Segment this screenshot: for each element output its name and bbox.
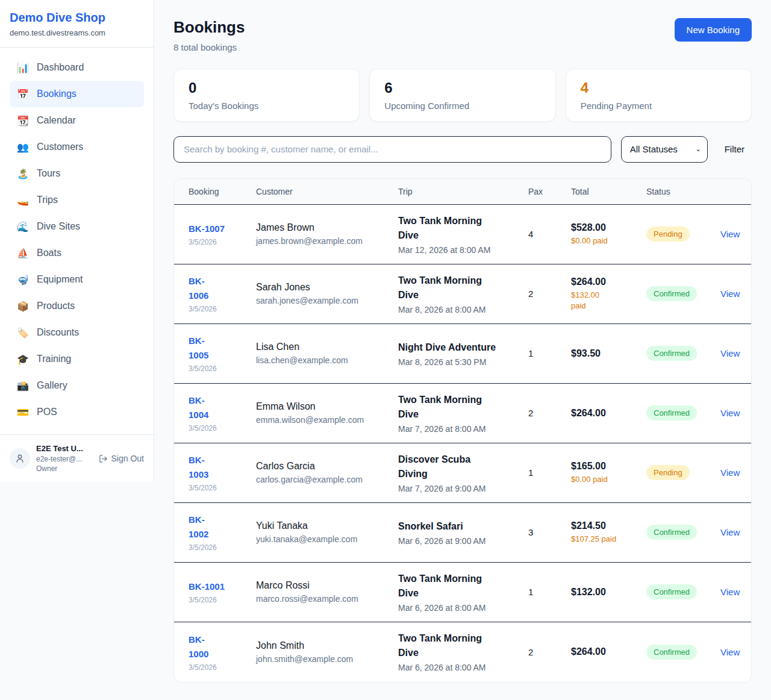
trip-name: Discover Scuba Diving (398, 452, 504, 481)
booking-id-link[interactable]: BK- 1005 (189, 334, 256, 363)
sidebar-item-gallery[interactable]: 📸 Gallery (10, 372, 144, 399)
view-link[interactable]: View (720, 647, 742, 657)
sidebar-item-pos[interactable]: 💳 POS (10, 399, 144, 425)
paid-amount: $0.00 paid (571, 474, 646, 485)
column-header-customer: Customer (256, 187, 398, 196)
stat-card: 4 Pending Payment (566, 69, 752, 122)
customers-icon: 👥 (17, 142, 29, 153)
customer-email: yuki.tanaka@example.com (256, 534, 398, 544)
stat-label: Pending Payment (581, 101, 737, 111)
sidebar-item-trips[interactable]: 🚤 Trips (10, 187, 144, 213)
stat-card: 0 Today's Bookings (173, 69, 360, 122)
customer-name: James Brown (256, 222, 398, 233)
bookings-table: Booking Customer Trip Pax Total Status B… (173, 178, 752, 683)
filter-button[interactable]: Filter (717, 144, 752, 154)
view-link[interactable]: View (720, 408, 742, 418)
sidebar-item-dashboard[interactable]: 📊 Dashboard (10, 54, 144, 81)
table-body: BK-1007 3/5/2026 James Brown james.brown… (174, 205, 751, 682)
status-select[interactable]: All Statuses (621, 136, 708, 163)
booking-date: 3/5/2026 (189, 305, 256, 313)
booking-id-link[interactable]: BK- 1000 (189, 633, 256, 661)
view-link[interactable]: View (720, 289, 742, 299)
booking-id-link[interactable]: BK-1007 (189, 222, 256, 236)
sidebar: Demo Dive Shop demo.test.divestreams.com… (0, 0, 154, 482)
trip-datetime: Mar 6, 2026 at 8:00 AM (398, 663, 528, 672)
booking-date: 3/5/2026 (189, 543, 256, 552)
booking-date: 3/5/2026 (189, 484, 256, 492)
sidebar-item-dive-sites[interactable]: 🌊 Dive Sites (10, 213, 144, 240)
trip-name: Two Tank Morning Dive (398, 273, 504, 302)
pax-value: 1 (528, 467, 571, 478)
sidebar-item-training[interactable]: 🎓 Training (10, 346, 144, 372)
new-booking-button[interactable]: New Booking (675, 18, 752, 42)
view-link[interactable]: View (720, 527, 742, 537)
table-row: BK- 1004 3/5/2026 Emma Wilson emma.wilso… (174, 384, 751, 443)
sidebar-item-calendar[interactable]: 📆 Calendar (10, 107, 144, 134)
status-badge: Confirmed (646, 286, 697, 301)
user-icon (14, 453, 25, 464)
view-link[interactable]: View (720, 348, 742, 358)
booking-id-link[interactable]: BK- 1002 (189, 513, 256, 542)
sidebar-item-customers[interactable]: 👥 Customers (10, 134, 144, 160)
discounts-icon: 🏷️ (17, 327, 29, 339)
trip-datetime: Mar 6, 2026 at 9:00 AM (398, 536, 528, 546)
customer-name: John Smith (256, 640, 398, 651)
sidebar-item-label: Gallery (37, 380, 67, 391)
booking-id-link[interactable]: BK- 1003 (189, 453, 256, 482)
paid-amount: $0.00 paid (571, 236, 646, 246)
sidebar-item-products[interactable]: 📦 Products (10, 293, 144, 319)
pax-value: 2 (528, 647, 571, 657)
search-input[interactable] (173, 136, 611, 163)
sidebar-item-discounts[interactable]: 🏷️ Discounts (10, 319, 144, 346)
status-badge: Pending (646, 465, 690, 480)
column-header-booking: Booking (189, 187, 256, 196)
booking-id-link[interactable]: BK- 1006 (189, 274, 256, 303)
status-badge: Confirmed (646, 525, 697, 540)
trip-datetime: Mar 6, 2026 at 8:00 AM (398, 603, 528, 613)
sign-out-button[interactable]: Sign Out (99, 454, 144, 463)
page-subtitle: 8 total bookings (173, 42, 245, 52)
trip-name: Night Dive Adventure (398, 340, 504, 355)
sidebar-user-footer: E2E Test U... e2e-tester@... Owner Sign … (0, 434, 154, 482)
brand-domain: demo.test.divestreams.com (10, 28, 144, 37)
status-badge: Confirmed (646, 405, 697, 420)
view-link[interactable]: View (720, 467, 742, 478)
table-row: BK-1007 3/5/2026 James Brown james.brown… (174, 205, 751, 264)
sidebar-item-equipment[interactable]: 🤿 Equipment (10, 266, 144, 293)
sidebar-item-bookings[interactable]: 📅 Bookings (10, 81, 144, 107)
status-badge: Confirmed (646, 645, 697, 660)
stat-value: 4 (581, 80, 737, 97)
brand-title: Demo Dive Shop (10, 10, 144, 25)
trip-datetime: Mar 12, 2026 at 8:00 AM (398, 245, 528, 255)
filter-row: All Statuses ⌄ Filter (173, 136, 752, 163)
booking-date: 3/5/2026 (189, 364, 256, 373)
paid-amount: $132.00 paid (571, 290, 646, 311)
total-amount: $132.00 (571, 587, 646, 598)
view-link[interactable]: View (720, 587, 742, 597)
stat-card: 6 Upcoming Confirmed (369, 69, 555, 122)
total-amount: $165.00 (571, 461, 646, 472)
column-header-trip: Trip (398, 187, 528, 196)
products-icon: 📦 (17, 301, 29, 312)
page-header: Bookings 8 total bookings New Booking (173, 18, 752, 52)
booking-id-link[interactable]: BK-1001 (189, 580, 256, 594)
gallery-icon: 📸 (17, 380, 29, 392)
table-header-row: Booking Customer Trip Pax Total Status (174, 179, 751, 205)
booking-date: 3/5/2026 (189, 596, 256, 604)
table-row: BK- 1000 3/5/2026 John Smith john.smith@… (174, 622, 751, 682)
calendar-icon: 📆 (17, 115, 29, 127)
pax-value: 4 (528, 229, 571, 239)
sidebar-item-tours[interactable]: 🏝️ Tours (10, 160, 144, 187)
pax-value: 2 (528, 408, 571, 418)
sidebar-item-boats[interactable]: ⛵ Boats (10, 240, 144, 266)
view-link[interactable]: View (720, 229, 742, 239)
trip-datetime: Mar 7, 2026 at 9:00 AM (398, 484, 528, 493)
trip-name: Snorkel Safari (398, 519, 504, 534)
booking-id-link[interactable]: BK- 1004 (189, 393, 256, 422)
equipment-icon: 🤿 (17, 274, 29, 286)
trip-name: Two Tank Morning Dive (398, 572, 504, 601)
user-name: E2E Test U... (36, 443, 83, 454)
trip-name: Two Tank Morning Dive (398, 214, 504, 243)
status-badge: Confirmed (646, 584, 697, 599)
total-amount: $264.00 (571, 277, 646, 287)
